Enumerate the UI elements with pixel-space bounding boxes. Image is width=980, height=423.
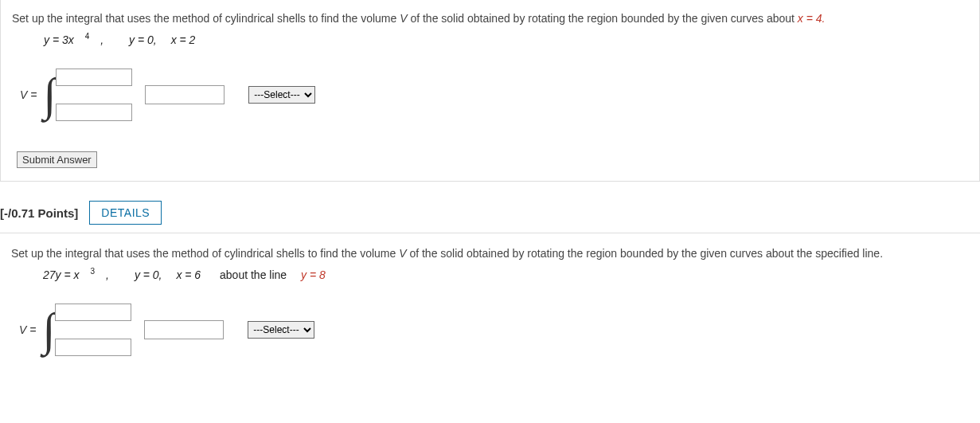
question-2-block: Set up the integral that uses the method…	[0, 233, 980, 362]
points-label: [-/0.71 Points]	[0, 206, 78, 220]
q1-eq2: y = 0,	[129, 33, 157, 46]
q2-lower-limit-input[interactable]	[55, 339, 131, 356]
q2-prompt-var: V	[399, 247, 406, 260]
q1-eq3: x = 2	[171, 33, 196, 46]
q1-integral-row: V = ∫ ---Select---	[20, 69, 968, 121]
divider	[0, 182, 980, 198]
q1-prompt-pre: Set up the integral that uses the method…	[12, 12, 400, 25]
q1-upper-limit-input[interactable]	[56, 69, 132, 86]
question-2-header: [-/0.71 Points] DETAILS	[0, 198, 980, 233]
q2-integral: ∫	[41, 304, 131, 356]
q2-eq3: x = 6	[176, 268, 201, 281]
q1-differential-select[interactable]: ---Select---	[248, 86, 315, 104]
q1-prompt-mid: of the solid obtained by rotating the re…	[408, 12, 798, 25]
q2-prompt-mid: of the solid obtained by rotating the re…	[407, 247, 884, 260]
q1-prompt: Set up the integral that uses the method…	[12, 10, 968, 27]
q1-v-equals: V =	[20, 88, 37, 101]
q2-integrand-input[interactable]	[144, 320, 224, 339]
q1-limits	[56, 69, 132, 121]
q1-eq1: y = 3x4,	[44, 33, 115, 46]
q2-prompt: Set up the integral that uses the method…	[11, 245, 969, 262]
q2-about: about the line y = 8	[220, 268, 337, 281]
q2-prompt-pre: Set up the integral that uses the method…	[11, 247, 399, 260]
q1-prompt-var: V	[400, 12, 407, 25]
q2-equations: 27y = x3, y = 0, x = 6 about the line y …	[43, 267, 969, 281]
details-button[interactable]: DETAILS	[89, 201, 162, 225]
submit-answer-button[interactable]: Submit Answer	[17, 151, 97, 168]
q1-prompt-axis: x = 4.	[798, 12, 826, 25]
q1-integral: ∫	[41, 69, 132, 121]
q2-differential-select[interactable]: ---Select---	[248, 321, 314, 339]
question-1-block: Set up the integral that uses the method…	[0, 0, 980, 182]
q2-limits	[55, 304, 131, 356]
q2-eq2: y = 0,	[135, 268, 162, 281]
q2-v-equals: V =	[19, 323, 36, 336]
q2-integral-row: V = ∫ ---Select---	[19, 304, 969, 356]
q1-lower-limit-input[interactable]	[56, 104, 132, 121]
q2-eq1: 27y = x3,	[43, 268, 120, 281]
q2-upper-limit-input[interactable]	[55, 304, 131, 321]
q1-integrand-input[interactable]	[145, 85, 225, 104]
q1-equations: y = 3x4, y = 0, x = 2	[44, 32, 968, 46]
